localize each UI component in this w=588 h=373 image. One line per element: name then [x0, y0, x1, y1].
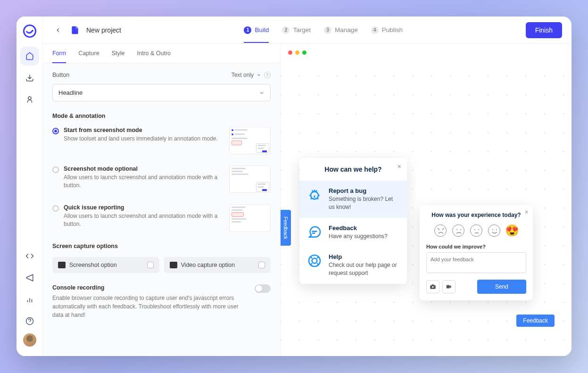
help-popup-title: How can we help?	[307, 166, 399, 173]
nav-home[interactable]	[20, 47, 39, 66]
app-frame: New project 1Build 2Target 3Manage 4Publ…	[17, 17, 571, 356]
stepper: 1Build 2Target 3Manage 4Publish	[128, 18, 519, 42]
step-manage[interactable]: 3Manage	[324, 26, 358, 42]
camera-icon	[58, 262, 66, 268]
document-icon	[70, 25, 80, 35]
console-toggle[interactable]	[255, 284, 271, 293]
button-label: Button	[52, 72, 69, 78]
main-area: New project 1Build 2Target 3Manage 4Publ…	[43, 17, 571, 356]
mode-preview-thumbnail	[229, 127, 271, 154]
emoji-rating-row: 😍	[426, 224, 526, 237]
step-build[interactable]: 1Build	[244, 26, 269, 42]
video-capture-option[interactable]: Video capture option	[164, 257, 271, 273]
svg-point-13	[474, 229, 475, 230]
subtab-style[interactable]: Style	[112, 44, 125, 63]
traffic-lights	[281, 44, 571, 61]
video-icon	[446, 283, 452, 290]
nav-user[interactable]	[20, 90, 39, 109]
close-icon[interactable]: ×	[525, 209, 528, 216]
body-split: Form Capture Style Intro & Outro Button …	[43, 44, 571, 356]
mode-section-title: Mode & annotation	[52, 113, 271, 119]
console-desc: Enable browser console recording to capt…	[52, 294, 245, 319]
improve-subtitle: How could we improve?	[426, 244, 526, 249]
help-icon[interactable]: ?	[264, 72, 271, 78]
help-item-bug[interactable]: Report a bug Something is broken? Let us…	[299, 181, 407, 218]
svg-point-16	[492, 229, 493, 230]
help-popup: How can we help? × Report a bug Somethin…	[299, 158, 407, 284]
mode-preview-thumbnail	[229, 204, 271, 232]
lifebuoy-icon	[307, 253, 322, 268]
screenshot-option[interactable]: Screenshot option	[52, 257, 159, 273]
emoji-neutral[interactable]	[470, 224, 483, 237]
subtab-form[interactable]: Form	[52, 44, 66, 63]
video-icon	[170, 262, 177, 268]
svg-point-8	[312, 258, 317, 264]
preview-pane: Feedback How can we help? × Report a bug	[281, 44, 571, 356]
attach-video-button[interactable]	[442, 280, 455, 293]
feedback-textarea[interactable]	[426, 252, 526, 273]
svg-rect-19	[447, 285, 450, 289]
checkbox[interactable]	[147, 262, 154, 268]
emoji-happy[interactable]	[488, 224, 501, 237]
panel-body: Button Text only ? Headline Mode & annot…	[43, 63, 280, 356]
help-item-help[interactable]: Help Check out our help page or request …	[299, 247, 407, 284]
chevron-down-icon	[259, 90, 265, 96]
mode-preview-thumbnail	[229, 166, 271, 193]
experience-title: How was your experience today?	[426, 212, 526, 218]
checkbox[interactable]	[258, 262, 265, 268]
text-only-toggle[interactable]: Text only ?	[232, 72, 271, 78]
mode-option-quick-issue[interactable]: Quick issue reporting Allow users to lau…	[52, 204, 271, 232]
step-target[interactable]: 2Target	[282, 26, 311, 42]
chat-icon	[307, 224, 322, 240]
project-title: New project	[86, 26, 121, 34]
nav-rail	[17, 17, 43, 356]
feedback-badge[interactable]: Feedback	[516, 315, 555, 327]
headline-select[interactable]: Headline	[52, 84, 271, 101]
feedback-side-tab[interactable]: Feedback	[281, 210, 291, 246]
app-logo[interactable]	[22, 23, 38, 39]
header: New project 1Build 2Target 3Manage 4Publ…	[43, 17, 571, 44]
svg-point-12	[460, 229, 461, 230]
svg-point-0	[24, 25, 35, 37]
bug-icon	[307, 187, 322, 202]
radio-input[interactable]	[52, 166, 59, 173]
nav-code[interactable]	[20, 247, 39, 265]
emoji-love[interactable]: 😍	[505, 224, 519, 237]
attach-screenshot-button[interactable]	[426, 280, 439, 293]
user-avatar[interactable]	[23, 333, 36, 347]
config-panel: Form Capture Style Intro & Outro Button …	[43, 44, 281, 356]
svg-point-17	[496, 229, 497, 230]
nav-announce[interactable]	[20, 268, 39, 287]
emoji-very-sad[interactable]	[434, 224, 447, 237]
svg-point-1	[28, 97, 31, 99]
send-button[interactable]: Send	[477, 280, 526, 294]
nav-download[interactable]	[20, 68, 39, 87]
nav-help[interactable]	[20, 312, 39, 331]
radio-input[interactable]	[52, 205, 59, 212]
mode-option-screenshot-optional[interactable]: Screenshot mode optional Allow users to …	[52, 166, 271, 193]
console-title: Console recording	[52, 284, 245, 291]
subtabs: Form Capture Style Intro & Outro	[43, 44, 280, 63]
close-icon[interactable]: ×	[398, 163, 401, 170]
emoji-sad[interactable]	[452, 224, 465, 237]
step-publish[interactable]: 4Publish	[371, 26, 403, 42]
back-button[interactable]	[52, 25, 64, 36]
svg-point-14	[478, 229, 479, 230]
preview-canvas: Feedback How can we help? × Report a bug	[281, 64, 571, 356]
help-item-feedback[interactable]: Feedback Have any suggestions?	[299, 218, 407, 247]
subtab-intro-outro[interactable]: Intro & Outro	[137, 44, 171, 63]
svg-point-18	[432, 286, 434, 288]
experience-popup: × How was your experience today? 😍 How c…	[420, 205, 533, 300]
chevron-down-icon	[257, 73, 261, 77]
camera-icon	[430, 283, 436, 290]
nav-analytics[interactable]	[20, 290, 39, 309]
mode-option-screenshot-start[interactable]: Start from screenshot mode Show toolset …	[52, 127, 271, 154]
svg-point-11	[456, 229, 457, 230]
finish-button[interactable]: Finish	[526, 22, 562, 38]
subtab-capture[interactable]: Capture	[78, 44, 99, 63]
radio-input[interactable]	[52, 128, 59, 134]
capture-section-title: Screen capture options	[52, 243, 271, 249]
